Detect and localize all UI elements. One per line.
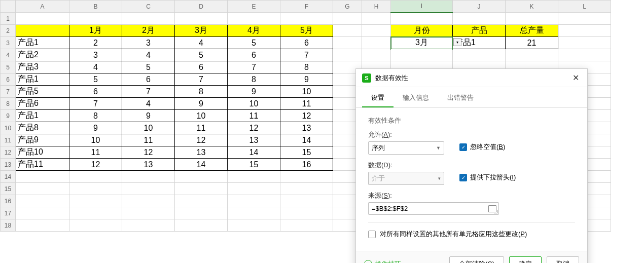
cell-A12[interactable]: 产品10 (16, 146, 69, 159)
cell-A9[interactable]: 产品1 (16, 110, 69, 122)
cell-D7[interactable]: 8 (175, 86, 228, 98)
cell-E15[interactable] (228, 183, 280, 195)
cell-E10[interactable]: 12 (228, 122, 280, 134)
row-header-11[interactable]: 11 (1, 134, 16, 146)
cell-D5[interactable]: 6 (175, 61, 228, 73)
cell-B16[interactable] (69, 195, 122, 207)
cell-F7[interactable]: 10 (280, 86, 333, 98)
col-header-c[interactable]: C (122, 1, 175, 13)
cell-L4[interactable] (558, 49, 611, 61)
tips-link[interactable]: ▶ 操作技巧 (364, 259, 444, 263)
cell-C2[interactable]: 2月 (122, 25, 175, 37)
close-icon[interactable]: ✕ (570, 73, 581, 83)
cell-D10[interactable]: 11 (175, 122, 228, 134)
cell-B4[interactable]: 3 (69, 49, 122, 61)
cell-C1[interactable] (122, 13, 175, 25)
cell-B6[interactable]: 5 (69, 73, 122, 86)
cell-F2[interactable]: 5月 (280, 25, 333, 37)
col-header-g[interactable]: G (333, 1, 362, 13)
cell-B11[interactable]: 10 (69, 134, 122, 146)
cell-D8[interactable]: 9 (175, 98, 228, 110)
cell-B7[interactable]: 6 (69, 86, 122, 98)
cell-C3[interactable]: 3 (122, 37, 175, 49)
cell-E2[interactable]: 4月 (228, 25, 280, 37)
cell-K3[interactable]: 21 (506, 37, 558, 49)
cell-D14[interactable] (175, 171, 228, 183)
cell-D2[interactable]: 3月 (175, 25, 228, 37)
cell-A18[interactable] (16, 219, 69, 232)
cell-B8[interactable]: 7 (69, 98, 122, 110)
cell-A4[interactable]: 产品2 (16, 49, 69, 61)
cell-K4[interactable] (506, 49, 558, 61)
cell-D18[interactable] (175, 219, 228, 232)
cell-B9[interactable]: 8 (69, 110, 122, 122)
source-input[interactable] (371, 204, 488, 213)
row-header-18[interactable]: 18 (1, 219, 16, 232)
row-header-3[interactable]: 3 (1, 37, 16, 49)
row-header-13[interactable]: 13 (1, 159, 16, 171)
cell-A14[interactable] (16, 171, 69, 183)
cell-F3[interactable]: 6 (280, 37, 333, 49)
cell-D1[interactable] (175, 13, 228, 25)
cell-A11[interactable]: 产品9 (16, 134, 69, 146)
cell-B5[interactable]: 4 (69, 61, 122, 73)
corner-cell[interactable] (1, 1, 16, 13)
cell-D6[interactable]: 7 (175, 73, 228, 86)
cell-F14[interactable] (280, 171, 333, 183)
row-header-8[interactable]: 8 (1, 98, 16, 110)
cell-F8[interactable]: 11 (280, 98, 333, 110)
cell-C5[interactable]: 5 (122, 61, 175, 73)
cell-H4[interactable] (362, 49, 391, 61)
cell-A15[interactable] (16, 183, 69, 195)
row-header-17[interactable]: 17 (1, 207, 16, 219)
row-header-9[interactable]: 9 (1, 110, 16, 122)
cell-B18[interactable] (69, 219, 122, 232)
cell-G4[interactable] (333, 49, 362, 61)
cell-F6[interactable]: 9 (280, 73, 333, 86)
cell-C12[interactable]: 12 (122, 146, 175, 159)
cell-B2[interactable]: 1月 (69, 25, 122, 37)
cell-B13[interactable]: 12 (69, 159, 122, 171)
cell-F1[interactable] (280, 13, 333, 25)
cell-A16[interactable] (16, 195, 69, 207)
cell-I1[interactable] (391, 13, 453, 25)
cell-E13[interactable]: 15 (228, 159, 280, 171)
apply-all-checkbox[interactable] (368, 231, 376, 238)
cell-A10[interactable]: 产品8 (16, 122, 69, 134)
cell-A7[interactable]: 产品5 (16, 86, 69, 98)
clear-all-button[interactable]: 全部清除(C) (449, 256, 504, 263)
cell-E14[interactable] (228, 171, 280, 183)
cell-L2[interactable] (558, 25, 611, 37)
cell-dropdown-icon[interactable]: ▾ (453, 38, 461, 46)
col-header-h[interactable]: H (362, 1, 391, 13)
cell-A1[interactable] (16, 13, 69, 25)
cell-E18[interactable] (228, 219, 280, 232)
row-header-1[interactable]: 1 (1, 13, 16, 25)
cell-F18[interactable] (280, 219, 333, 232)
cell-K1[interactable] (506, 13, 558, 25)
cell-C16[interactable] (122, 195, 175, 207)
cell-G3[interactable] (333, 37, 362, 49)
cell-F15[interactable] (280, 183, 333, 195)
cell-D12[interactable]: 13 (175, 146, 228, 159)
cell-I3[interactable]: 3月▾ (391, 37, 453, 49)
cell-E8[interactable]: 10 (228, 98, 280, 110)
cell-B10[interactable]: 9 (69, 122, 122, 134)
row-header-16[interactable]: 16 (1, 195, 16, 207)
cell-H3[interactable] (362, 37, 391, 49)
cell-A6[interactable]: 产品1 (16, 73, 69, 86)
dropdown-arrow-checkbox[interactable]: ✓ (459, 174, 467, 181)
row-header-14[interactable]: 14 (1, 171, 16, 183)
col-header-e[interactable]: E (228, 1, 280, 13)
cell-C4[interactable]: 4 (122, 49, 175, 61)
cell-J4[interactable] (453, 49, 506, 61)
cell-F16[interactable] (280, 195, 333, 207)
cell-D11[interactable]: 12 (175, 134, 228, 146)
range-select-icon[interactable] (488, 205, 496, 212)
cell-A17[interactable] (16, 207, 69, 219)
cell-F12[interactable]: 15 (280, 146, 333, 159)
row-header-5[interactable]: 5 (1, 61, 16, 73)
cell-E11[interactable]: 13 (228, 134, 280, 146)
cell-E9[interactable]: 11 (228, 110, 280, 122)
cell-B3[interactable]: 2 (69, 37, 122, 49)
